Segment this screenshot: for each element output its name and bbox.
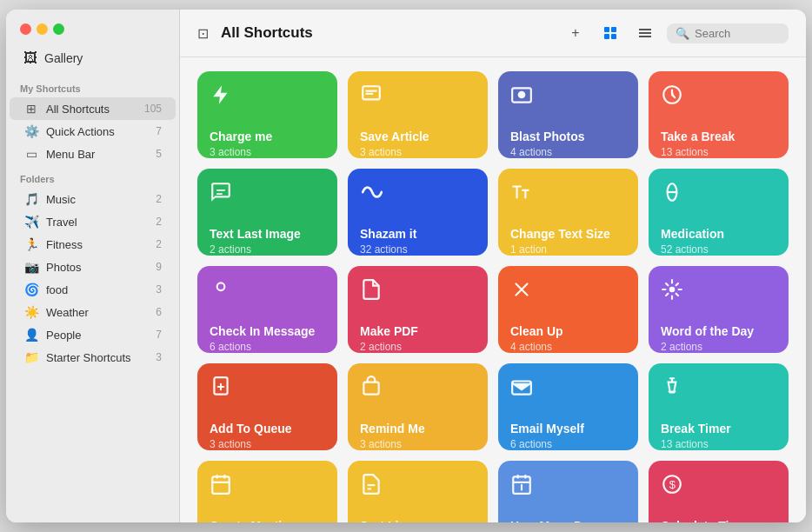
shortcut-card-shazam-it[interactable]: Shazam it32 actions bbox=[348, 169, 488, 256]
sidebar-item-menu-bar[interactable]: ▭ Menu Bar 5 bbox=[10, 143, 176, 165]
svg-rect-20 bbox=[212, 476, 230, 494]
shortcut-card-sort-lines[interactable]: Sort Lines4 actions bbox=[348, 461, 488, 522]
change-text-size-title: Change Text Size bbox=[510, 227, 626, 242]
svg-rect-18 bbox=[363, 382, 378, 395]
shortcut-card-word-of-the-day[interactable]: Word of the Day2 actions bbox=[649, 266, 789, 353]
main-content: ⊡ All Shortcuts + 🔍 bbox=[180, 10, 806, 522]
charge-me-subtitle: 3 actions bbox=[210, 146, 325, 158]
shortcut-card-clean-up[interactable]: Clean Up4 actions bbox=[498, 266, 638, 353]
shortcut-card-blast-photos[interactable]: Blast Photos4 actions bbox=[498, 71, 638, 158]
save-article-title: Save Article bbox=[360, 130, 476, 144]
sidebar-toggle-button[interactable]: ⊡ bbox=[197, 25, 209, 42]
check-in-message-subtitle: 6 actions bbox=[210, 341, 325, 353]
shortcut-card-check-in-message[interactable]: Check In Message6 actions bbox=[197, 266, 337, 353]
sidebar-item-travel[interactable]: ✈️ Travel 2 bbox=[10, 210, 176, 233]
music-icon: 🎵 bbox=[23, 191, 39, 207]
sidebar-weather-count: 6 bbox=[156, 306, 162, 318]
medication-icon bbox=[661, 181, 776, 209]
shortcut-card-change-text-size[interactable]: Change Text Size1 action bbox=[498, 169, 638, 256]
svg-rect-5 bbox=[639, 32, 651, 34]
shortcut-card-create-meeting-note[interactable]: Create Meeting Note12 actions bbox=[197, 461, 337, 522]
save-article-icon bbox=[360, 83, 476, 112]
clean-up-title: Clean Up bbox=[510, 324, 626, 339]
shazam-it-subtitle: 32 actions bbox=[360, 243, 476, 256]
sidebar-starter-label: Starter Shortcuts bbox=[46, 351, 156, 364]
shortcut-card-remind-me[interactable]: Remind Me3 actions bbox=[348, 363, 488, 450]
sidebar-item-fitness[interactable]: 🏃 Fitness 2 bbox=[10, 233, 176, 256]
sidebar-menu-bar-label: Menu Bar bbox=[46, 148, 156, 161]
main-window: 🖼 Gallery My Shortcuts ⊞ All Shortcuts 1… bbox=[6, 10, 806, 522]
how-many-days-icon bbox=[510, 473, 626, 502]
shortcut-card-make-pdf[interactable]: Make PDF2 actions bbox=[348, 266, 488, 353]
search-icon: 🔍 bbox=[676, 27, 689, 40]
sidebar-item-people[interactable]: 👤 People 7 bbox=[10, 323, 176, 346]
toolbar: ⊡ All Shortcuts + 🔍 bbox=[180, 10, 806, 57]
word-of-the-day-icon bbox=[661, 278, 776, 307]
shortcut-card-save-article[interactable]: Save Article3 actions bbox=[348, 71, 488, 158]
shortcut-card-charge-me[interactable]: Charge me3 actions bbox=[197, 71, 337, 158]
sidebar-quick-actions-count: 7 bbox=[156, 125, 162, 137]
sidebar-food-count: 3 bbox=[156, 283, 162, 296]
check-in-message-icon bbox=[210, 278, 325, 307]
sidebar-all-shortcuts-label: All Shortcuts bbox=[46, 103, 144, 116]
shortcut-card-how-many-days[interactable]: How Many Days Until bbox=[498, 461, 638, 522]
sidebar-item-gallery[interactable]: 🖼 Gallery bbox=[10, 45, 176, 71]
add-button[interactable]: + bbox=[562, 20, 589, 46]
sidebar-item-all-shortcuts[interactable]: ⊞ All Shortcuts 105 bbox=[10, 97, 176, 120]
word-of-the-day-title: Word of the Day bbox=[661, 324, 776, 339]
text-last-image-title: Text Last Image bbox=[210, 227, 325, 242]
word-of-the-day-subtitle: 2 actions bbox=[661, 341, 776, 353]
close-button[interactable] bbox=[20, 23, 31, 35]
shortcut-card-break-timer[interactable]: Break Timer13 actions bbox=[649, 363, 789, 450]
remind-me-title: Remind Me bbox=[360, 422, 476, 436]
weather-icon: ☀️ bbox=[23, 304, 39, 320]
sidebar-food-label: food bbox=[46, 283, 156, 296]
sidebar-item-music[interactable]: 🎵 Music 2 bbox=[10, 188, 176, 210]
take-a-break-icon bbox=[661, 83, 776, 112]
text-last-image-icon bbox=[210, 181, 325, 209]
email-myself-subtitle: 6 actions bbox=[510, 438, 626, 450]
fullscreen-button[interactable] bbox=[53, 23, 64, 35]
take-a-break-subtitle: 13 actions bbox=[661, 146, 776, 158]
grid-view-button[interactable] bbox=[597, 20, 623, 46]
sidebar: 🖼 Gallery My Shortcuts ⊞ All Shortcuts 1… bbox=[6, 10, 180, 522]
svg-rect-7 bbox=[363, 86, 380, 99]
svg-rect-4 bbox=[639, 29, 651, 30]
sidebar-item-weather[interactable]: ☀️ Weather 6 bbox=[10, 301, 176, 323]
sidebar-item-photos[interactable]: 📷 Photos 9 bbox=[10, 256, 176, 278]
svg-rect-9 bbox=[366, 93, 374, 95]
shortcut-card-add-to-queue[interactable]: Add To Queue3 actions bbox=[197, 363, 337, 450]
shortcut-card-email-myself[interactable]: Email Myself6 actions bbox=[498, 363, 638, 450]
svg-rect-1 bbox=[611, 27, 616, 32]
email-myself-title: Email Myself bbox=[510, 422, 626, 436]
sidebar-all-shortcuts-count: 105 bbox=[144, 103, 162, 115]
shortcut-card-take-a-break[interactable]: Take a Break13 actions bbox=[649, 71, 789, 158]
change-text-size-subtitle: 1 action bbox=[510, 243, 626, 256]
sidebar-item-quick-actions[interactable]: ⚙️ Quick Actions 7 bbox=[10, 120, 176, 143]
sidebar-item-food[interactable]: 🌀 food 3 bbox=[10, 278, 176, 301]
sort-lines-title: Sort Lines bbox=[360, 519, 476, 522]
shazam-it-icon bbox=[360, 181, 476, 209]
shortcut-card-text-last-image[interactable]: Text Last Image2 actions bbox=[197, 169, 337, 256]
shortcut-card-medication[interactable]: Medication52 actions bbox=[649, 169, 789, 256]
sidebar-people-count: 7 bbox=[156, 329, 162, 341]
minimize-button[interactable] bbox=[37, 23, 48, 35]
sidebar-music-label: Music bbox=[46, 193, 156, 206]
add-to-queue-icon bbox=[210, 376, 325, 404]
break-timer-subtitle: 13 actions bbox=[661, 438, 776, 450]
all-shortcuts-icon: ⊞ bbox=[23, 101, 39, 116]
email-myself-icon bbox=[510, 376, 626, 404]
shazam-it-title: Shazam it bbox=[360, 227, 476, 242]
gallery-icon: 🖼 bbox=[23, 50, 37, 66]
blast-photos-subtitle: 4 actions bbox=[510, 146, 626, 158]
sidebar-item-starter[interactable]: 📁 Starter Shortcuts 3 bbox=[10, 346, 176, 369]
check-in-message-title: Check In Message bbox=[210, 324, 325, 339]
how-many-days-title: How Many Days Until bbox=[510, 519, 626, 522]
calculate-tip-icon: $ bbox=[661, 473, 776, 502]
svg-rect-3 bbox=[611, 34, 616, 39]
medication-title: Medication bbox=[661, 227, 776, 242]
traffic-lights bbox=[6, 23, 179, 45]
shortcut-card-calculate-tip[interactable]: $Calculate Tip16 actions bbox=[649, 461, 789, 522]
list-view-button[interactable] bbox=[632, 20, 658, 46]
search-input[interactable] bbox=[695, 27, 780, 40]
